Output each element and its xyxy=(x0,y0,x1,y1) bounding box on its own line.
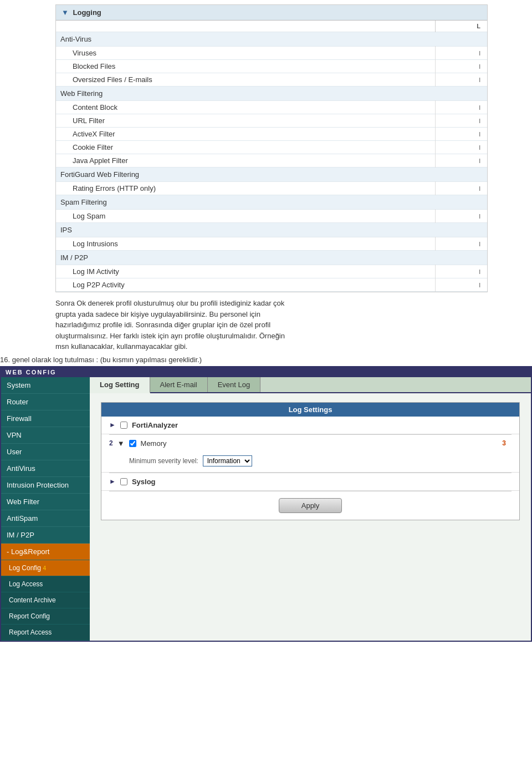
log-config-badge: 4 xyxy=(43,565,46,571)
logging-category-anti-virus: Anti-Virus xyxy=(56,32,487,47)
desc-line-3: hazırladığımız profile idi. Sonrasında d… xyxy=(55,319,488,331)
syslog-arrow-icon[interactable]: ► xyxy=(109,478,116,485)
logging-item-oversized_files_/_e-mails: Oversized Files / E-mailsl xyxy=(56,73,487,87)
fortianlyzer-label: FortiAnalyzer xyxy=(132,421,178,429)
syslog-checkbox[interactable] xyxy=(120,478,127,485)
logging-header: ▼ Logging xyxy=(56,5,487,21)
memory-badge: 2 xyxy=(109,439,113,447)
tab-event-log[interactable]: Event Log xyxy=(208,377,261,392)
sidebar-item-system[interactable]: System xyxy=(1,377,90,394)
sidebar-item-log-report[interactable]: - Log&Report xyxy=(1,544,90,560)
sidebar-item-firewall[interactable]: Firewall xyxy=(1,410,90,427)
sidebar-item-router[interactable]: Router xyxy=(1,394,90,410)
step-16-text: 16. genel olarak log tutulması : (bu kıs… xyxy=(0,356,532,364)
fortianlyzer-arrow-icon[interactable]: ► xyxy=(109,421,116,429)
logging-item-log_im_activity: Log IM Activityl xyxy=(56,265,487,278)
logging-title: Logging xyxy=(73,8,101,17)
log-settings-header: Log Settings xyxy=(101,403,519,417)
logging-item-log_p2p_activity: Log P2P Activityl xyxy=(56,278,487,292)
tabs-bar: Log Setting Alert E-mail Event Log xyxy=(90,377,531,393)
log-settings-body: ► FortiAnalyzer 2 ▼ Memory 3 xyxy=(101,417,519,520)
logging-category-web_filtering: Web Filtering xyxy=(56,87,487,101)
logging-item-activex_filter: ActiveX Filterl xyxy=(56,128,487,141)
memory-checkbox[interactable] xyxy=(129,440,136,447)
sidebar-subitem-report-access[interactable]: Report Access xyxy=(1,625,90,641)
sidebar-subitem-content-archive[interactable]: Content Archive xyxy=(1,592,90,608)
sidebar-item-user[interactable]: User xyxy=(1,444,90,460)
main-content: Log Setting Alert E-mail Event Log Log S… xyxy=(90,377,531,641)
logging-category-spam_filtering: Spam Filtering xyxy=(56,195,487,210)
logging-category-ips: IPS xyxy=(56,223,487,237)
tab-alert-email[interactable]: Alert E-mail xyxy=(150,377,208,392)
logging-section: ▼ Logging LAnti-VirusViruseslBlocked Fil… xyxy=(55,4,488,292)
sidebar-item-web-filter[interactable]: Web Filter xyxy=(1,494,90,510)
logging-item-cookie_filter: Cookie Filterl xyxy=(56,141,487,154)
logging-item-blocked_files: Blocked Filesl xyxy=(56,60,487,73)
logging-category-fortiguard_web_filtering: FortiGuard Web Filtering xyxy=(56,168,487,182)
memory-badge-right: 3 xyxy=(502,439,506,447)
apply-button[interactable]: Apply xyxy=(279,498,342,513)
sidebar-item-antivirus[interactable]: AntiVirus xyxy=(1,460,90,477)
desc-line-4: oluşturmalısınız. Her farklı istek için … xyxy=(55,331,488,342)
logging-item-log_spam: Log Spaml xyxy=(56,210,487,223)
logging-item-java_applet_filter: Java Applet Filterl xyxy=(56,154,487,168)
logging-item-viruses: Virusesl xyxy=(56,47,487,60)
sidebar-item-intrusion-protection[interactable]: Intrusion Protection xyxy=(1,477,90,494)
fortianlyzer-checkbox[interactable] xyxy=(120,422,127,429)
sidebar-subitem-log-config[interactable]: Log Config 4 xyxy=(1,560,90,576)
tab-log-setting[interactable]: Log Setting xyxy=(90,377,150,393)
sidebar-item-im-p2p[interactable]: IM / P2P xyxy=(1,527,90,544)
sidebar-subitem-log-access[interactable]: Log Access xyxy=(1,576,90,592)
severity-select[interactable]: Information Emergency Alert Critical Err… xyxy=(203,455,252,466)
description-text: Sonra Ok denerek profil olusturulmuş olu… xyxy=(55,298,488,352)
webconfig-container: WEB CONFIG System Router Firewall VPN Us… xyxy=(0,366,532,642)
memory-row: 2 ▼ Memory 3 xyxy=(101,435,519,452)
logging-table: LAnti-VirusViruseslBlocked FileslOversiz… xyxy=(56,21,487,292)
sidebar: System Router Firewall VPN User AntiViru… xyxy=(1,377,90,641)
logging-item-rating_errors_(http_only): Rating Errors (HTTP only)l xyxy=(56,182,487,195)
memory-arrow-icon[interactable]: ▼ xyxy=(117,439,125,448)
logging-item-log_intrusions: Log Intrusionsl xyxy=(56,237,487,251)
desc-line-2: grupta yada sadece bir kişiye uygulayabi… xyxy=(55,309,488,320)
logging-arrow-icon: ▼ xyxy=(62,8,69,17)
syslog-label: Syslog xyxy=(132,478,156,486)
logging-category-im_/_p2p: IM / P2P xyxy=(56,251,487,265)
webconfig-body: System Router Firewall VPN User AntiViru… xyxy=(1,377,531,641)
sidebar-item-antispam[interactable]: AntiSpam xyxy=(1,510,90,527)
webconfig-titlebar: WEB CONFIG xyxy=(1,367,531,377)
sidebar-subitem-report-config[interactable]: Report Config xyxy=(1,608,90,625)
apply-row: Apply xyxy=(101,491,519,520)
desc-line-1: Sonra Ok denerek profil olusturulmuş olu… xyxy=(55,298,488,309)
subitem-log-config-label: Log Config xyxy=(9,564,41,572)
log-report-arrow: - xyxy=(7,547,11,556)
memory-label: Memory xyxy=(141,439,167,448)
desc-line-5: msn kullanacaklar, kullanmayacaklar gibi… xyxy=(55,341,488,352)
sidebar-item-vpn[interactable]: VPN xyxy=(1,427,90,444)
sidebar-item-log-report-label: Log&Report xyxy=(11,547,49,556)
logging-item-content_block: Content Blockl xyxy=(56,101,487,114)
fortianlyzer-row: ► FortiAnalyzer xyxy=(101,417,519,434)
logging-item-url_filter: URL Filterl xyxy=(56,114,487,128)
severity-section: Minimum severity level: Information Emer… xyxy=(101,452,519,473)
syslog-row: ► Syslog xyxy=(101,473,519,491)
severity-label: Minimum severity level: xyxy=(129,457,198,465)
log-settings-panel: Log Settings ► FortiAnalyzer 2 ▼ xyxy=(101,402,520,520)
